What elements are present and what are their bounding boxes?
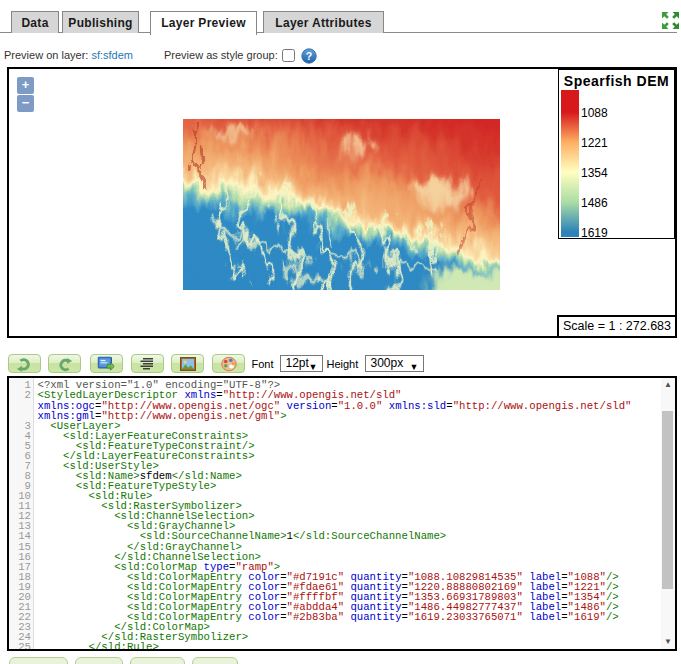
- svg-text:?: ?: [306, 50, 312, 62]
